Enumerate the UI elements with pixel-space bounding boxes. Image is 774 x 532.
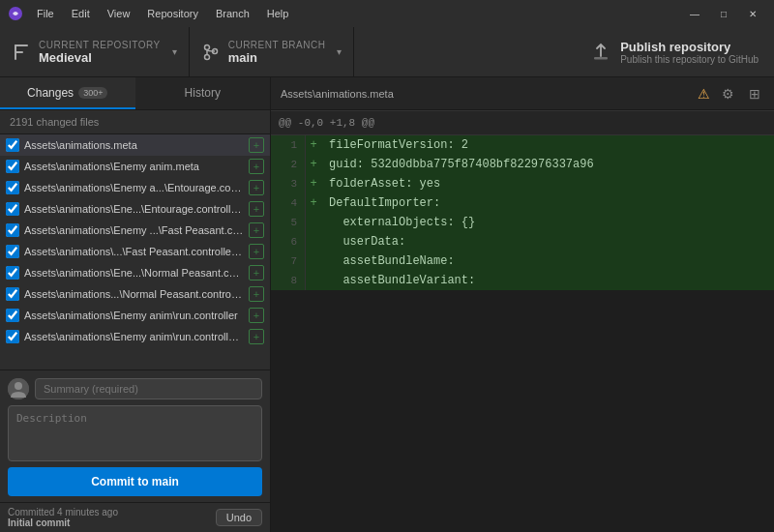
list-item[interactable]: Assets\animations\...\Fast Peasant.contr… [0, 241, 270, 262]
diff-line-content: assetBundleVariant: [321, 271, 774, 290]
list-item[interactable]: Assets\animations.meta+ [0, 134, 270, 156]
minimize-button[interactable]: — [681, 4, 708, 23]
close-button[interactable]: ✕ [739, 4, 766, 23]
list-item[interactable]: Assets\animations\Enemy anim\run.control… [0, 326, 270, 347]
menu-file[interactable]: File [29, 6, 62, 21]
menu-help[interactable]: Help [259, 6, 297, 21]
app-icon [8, 6, 23, 21]
file-checkbox[interactable] [6, 245, 19, 258]
diff-header: Assets\animations.meta ⚠ ⚙ ⊞ [271, 77, 774, 110]
diff-line: 4+DefaultImporter: [271, 193, 774, 213]
file-added-icon: + [249, 159, 264, 174]
diff-line-content: fileFormatVersion: 2 [321, 135, 774, 155]
diff-line: 6 userData: [271, 232, 774, 251]
svg-rect-2 [15, 44, 28, 46]
svg-point-5 [204, 54, 209, 59]
publish-subtitle: Publish this repository to GitHub [620, 54, 759, 65]
diff-line-num: 2 [271, 155, 306, 174]
branch-label: Current branch [228, 40, 326, 50]
file-name: Assets\animations\Ene...\Entourage.contr… [24, 203, 244, 215]
commit-header [8, 378, 262, 399]
list-item[interactable]: Assets\animations\Enemy ...\Fast Peasant… [0, 220, 270, 241]
branch-selector[interactable]: Current branch main ▾ [190, 27, 355, 76]
diff-line-content: DefaultImporter: [321, 193, 774, 213]
list-item[interactable]: Assets\animations...\Normal Peasant.cont… [0, 283, 270, 305]
diff-plus-sign [306, 232, 321, 251]
svg-rect-7 [594, 57, 608, 60]
diff-line-content: assetBundleName: [321, 251, 774, 271]
diff-plus-sign [306, 213, 321, 232]
file-checkbox[interactable] [6, 138, 19, 152]
repo-selector[interactable]: Current repository Medieval ▾ [0, 27, 190, 76]
file-name: Assets\animations\...\Fast Peasant.contr… [24, 246, 244, 257]
file-name: Assets\animations.meta [24, 139, 244, 151]
diff-line: 7 assetBundleName: [271, 251, 774, 271]
left-panel: Changes 300+ History 2191 changed files … [0, 77, 271, 532]
file-added-icon: + [249, 222, 264, 238]
titlebar-menu: File Edit View Repository Branch Help [29, 6, 296, 21]
list-item[interactable]: Assets\animations\Ene...\Normal Peasant.… [0, 262, 270, 283]
diff-line-num: 6 [271, 232, 306, 251]
repo-name: Medieval [39, 50, 161, 65]
diff-content: @@ -0,0 +1,8 @@ 1+fileFormatVersion: 22+… [271, 110, 774, 532]
menu-branch[interactable]: Branch [208, 6, 257, 21]
file-added-icon: + [249, 329, 264, 344]
repo-icon [12, 43, 31, 62]
svg-point-9 [15, 382, 22, 390]
tab-history[interactable]: History [135, 77, 271, 109]
diff-line: 5 externalObjects: {} [271, 213, 774, 232]
publish-text: Publish repository Publish this reposito… [620, 40, 759, 65]
branch-icon [201, 43, 221, 62]
file-name: Assets\animations\Enemy anim\run.control… [24, 331, 244, 342]
toolbar: Current repository Medieval ▾ Current br… [0, 27, 774, 77]
file-checkbox[interactable] [6, 330, 19, 343]
diff-line: 3+folderAsset: yes [271, 174, 774, 193]
diff-line-content: folderAsset: yes [321, 174, 774, 193]
diff-plus-sign: + [306, 174, 321, 193]
settings-icon[interactable]: ⚙ [718, 84, 737, 103]
file-checkbox[interactable] [6, 181, 19, 194]
list-item[interactable]: Assets\animations\Ene...\Entourage.contr… [0, 198, 270, 220]
diff-line-num: 1 [271, 135, 306, 155]
menu-repository[interactable]: Repository [139, 6, 206, 21]
svg-rect-3 [15, 51, 23, 53]
summary-input[interactable] [35, 378, 262, 399]
file-checkbox[interactable] [6, 309, 19, 322]
diff-header-icons: ⚠ ⚙ ⊞ [698, 84, 764, 103]
maximize-button[interactable]: □ [710, 4, 737, 23]
file-count: 2191 changed files [0, 110, 270, 134]
file-checkbox[interactable] [6, 223, 19, 237]
titlebar: File Edit View Repository Branch Help — … [0, 0, 774, 27]
tab-history-label: History [185, 86, 221, 100]
file-added-icon: + [249, 244, 264, 259]
undo-button[interactable]: Undo [216, 509, 262, 526]
list-item[interactable]: Assets\animations\Enemy anim.meta+ [0, 156, 270, 177]
description-input[interactable] [8, 405, 262, 461]
repo-arrow-icon: ▾ [172, 46, 177, 57]
list-item[interactable]: Assets\animations\Enemy a...\Entourage.c… [0, 177, 270, 198]
main-content: Changes 300+ History 2191 changed files … [0, 77, 774, 532]
file-checkbox[interactable] [6, 202, 19, 216]
menu-edit[interactable]: Edit [64, 6, 98, 21]
file-checkbox[interactable] [6, 287, 19, 301]
tabs: Changes 300+ History [0, 77, 270, 110]
file-name: Assets\animations\Enemy anim\run.control… [24, 310, 244, 321]
file-checkbox[interactable] [6, 266, 19, 280]
tab-changes-label: Changes [27, 86, 74, 100]
expand-icon[interactable]: ⊞ [745, 84, 764, 103]
branch-name: main [228, 50, 326, 65]
diff-line-num: 8 [271, 271, 306, 290]
list-item[interactable]: Assets\animations\Enemy anim\run.control… [0, 305, 270, 326]
menu-view[interactable]: View [100, 6, 138, 21]
diff-line: 8 assetBundleVariant: [271, 271, 774, 290]
commit-button[interactable]: Commit to main [8, 467, 262, 496]
diff-line-content: guid: 532d0dbba775f87408bf822976337a96 [321, 155, 774, 174]
file-checkbox[interactable] [6, 160, 19, 173]
diff-plus-sign: + [306, 135, 321, 155]
diff-line-content: externalObjects: {} [321, 213, 774, 232]
footer-commit-info: Committed 4 minutes ago Initial commit [8, 507, 118, 528]
publish-button[interactable]: Publish repository Publish this reposito… [576, 27, 774, 76]
changes-badge: 300+ [78, 87, 107, 99]
diff-line-num: 4 [271, 193, 306, 213]
tab-changes[interactable]: Changes 300+ [0, 77, 135, 109]
